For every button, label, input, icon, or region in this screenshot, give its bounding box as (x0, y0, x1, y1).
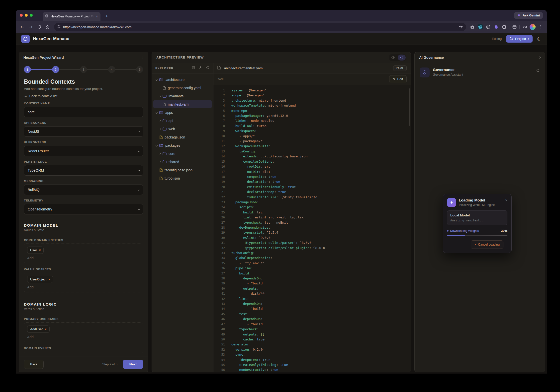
tree-folder-web[interactable]: web (153, 125, 212, 133)
code-view-icon[interactable] (398, 55, 406, 61)
remove-tag-icon[interactable]: × (48, 278, 50, 281)
value-object-tag[interactable]: UserObject × (27, 276, 53, 283)
window-minimize-button[interactable] (25, 14, 28, 17)
editor-scrollbar[interactable] (409, 88, 410, 126)
tab-title: HexaGen Monaco — Project W (51, 15, 94, 18)
back-button[interactable]: Back (24, 360, 44, 369)
react-devtools-icon[interactable] (476, 23, 484, 31)
remove-tag-icon[interactable]: × (45, 327, 47, 331)
file-tree[interactable]: .architecturegenerator.config.yamlinvari… (152, 73, 213, 184)
chevron-right-icon[interactable] (159, 120, 161, 122)
refresh-icon[interactable] (206, 66, 210, 70)
messaging-select[interactable]: BullMQ (24, 185, 143, 195)
tree-folder-shared[interactable]: shared (153, 158, 212, 166)
tree-file-turbo.json[interactable]: turbo.json (153, 174, 212, 182)
context-name-input[interactable]: core (24, 107, 143, 117)
persistence-select[interactable]: TypeORM (24, 165, 143, 176)
refresh-icon[interactable] (536, 68, 540, 73)
tree-folder-.architecture[interactable]: .architecture (153, 75, 212, 84)
back-icon[interactable]: ← (18, 23, 26, 31)
telemetry-select[interactable]: OpenTelemetry (24, 204, 143, 214)
primary-use-cases-box[interactable]: AddUser × Add... (24, 323, 143, 342)
reload-icon[interactable] (35, 23, 43, 31)
chevron-right-icon[interactable] (159, 152, 161, 154)
step-indicator-5[interactable]: 5 (136, 66, 143, 73)
panel-resize-handle[interactable] (412, 209, 414, 212)
site-info-icon[interactable] (57, 25, 61, 29)
focus-target-extension-icon[interactable] (484, 23, 492, 31)
chevron-down-icon[interactable] (156, 111, 158, 113)
use-case-tag[interactable]: AddUser × (27, 326, 50, 333)
cancel-loading-button[interactable]: × Cancel Loading (471, 240, 503, 249)
chevron-right-icon[interactable] (159, 128, 161, 130)
code-line: 24 scripts: (213, 205, 411, 210)
step-indicator-2[interactable]: 2 (52, 66, 59, 73)
tree-folder-core[interactable]: core (153, 149, 212, 158)
new-tab-button[interactable]: + (103, 13, 110, 19)
window-close-button[interactable] (20, 14, 23, 17)
tree-folder-invariants[interactable]: invariants (153, 92, 212, 100)
tree-folder-apps[interactable]: apps (153, 108, 212, 117)
governance-assistant-card[interactable]: Governance Governance Assistant (415, 63, 545, 82)
extensions-puzzle-icon[interactable] (500, 23, 508, 31)
archive-icon[interactable] (191, 66, 195, 70)
tab-close-icon[interactable]: × (96, 14, 98, 18)
ask-gemini-button[interactable]: Ask Gemini (514, 12, 543, 19)
bookmark-star-icon[interactable] (457, 23, 465, 31)
value-objects-box[interactable]: UserObject × Add... (24, 273, 143, 292)
step-indicator-3[interactable]: 3 (80, 66, 87, 73)
ui-frontend-select[interactable]: React Router (24, 146, 143, 156)
media-controls-icon[interactable] (521, 23, 528, 31)
remove-tag-icon[interactable]: × (39, 249, 41, 252)
forward-icon[interactable]: → (27, 23, 35, 31)
line-number: 28 (213, 225, 225, 230)
code-text: build: (225, 271, 251, 276)
step-indicator-1[interactable]: 1 (24, 66, 31, 73)
wizard-body[interactable]: 1 2 3 4 5 Bounded Contexts Add and confi… (19, 63, 148, 356)
browser-tab[interactable]: HexaGen Monaco — Project W × (43, 12, 100, 21)
core-domain-entities-box[interactable]: User × Add... (24, 244, 143, 263)
project-button[interactable]: Project › (506, 35, 533, 43)
add-value-object-placeholder[interactable]: Add... (27, 285, 140, 289)
step-indicator-4[interactable]: 4 (108, 66, 115, 73)
browser-menu-icon[interactable] (537, 23, 544, 31)
profile-avatar[interactable] (529, 23, 536, 31)
url-text[interactable]: https://hexagen-monaco.martinkrakowski.c… (63, 25, 455, 29)
tree-file-tsconfig.base.json[interactable]: tsconfig.base.json (153, 166, 212, 174)
code-scroll-area[interactable]: 1system: '@hexagen'2scope: '@hexagen'3ar… (213, 85, 411, 372)
tree-file-generator.config.yaml[interactable]: generator.config.yaml (153, 84, 212, 92)
add-entity-placeholder[interactable]: Add... (27, 256, 140, 260)
home-icon[interactable] (44, 23, 52, 31)
panel-resize-handle[interactable] (149, 209, 151, 212)
add-use-case-placeholder[interactable]: Add... (27, 335, 140, 339)
camera-extension-icon[interactable] (468, 23, 476, 31)
api-backend-select[interactable]: NestJS (24, 126, 143, 137)
tree-folder-packages[interactable]: packages (153, 141, 212, 149)
dark-mode-moon-icon[interactable]: ☾ (537, 36, 541, 42)
download-icon[interactable] (199, 66, 202, 70)
address-bar[interactable]: https://hexagen-monaco.martinkrakowski.c… (54, 23, 466, 31)
api-backend-value: NestJS (28, 130, 39, 133)
back-to-context-list-link[interactable]: ← Back to context list (24, 94, 143, 98)
chevron-right-icon[interactable] (159, 95, 161, 97)
collapse-panel-icon[interactable] (142, 56, 144, 58)
code-text: scripts: (225, 205, 255, 210)
eye-preview-icon[interactable] (389, 55, 397, 61)
next-button[interactable]: Next (123, 360, 143, 369)
tree-file-package.json[interactable]: package.json (153, 133, 212, 141)
window-zoom-button[interactable] (30, 14, 33, 17)
close-icon[interactable]: × (505, 198, 507, 202)
expand-panel-icon[interactable] (539, 56, 541, 58)
edit-button[interactable]: ✎ Edit (389, 75, 407, 83)
chevron-down-icon[interactable] (156, 78, 158, 80)
tree-folder-api[interactable]: api (153, 117, 212, 125)
domain-events-box[interactable] (24, 352, 143, 356)
ui-frontend-value: React Router (28, 149, 49, 153)
section-subtitle: Nouns & State (24, 228, 143, 232)
chevron-right-icon[interactable] (159, 161, 161, 163)
tab-search-icon[interactable] (511, 23, 518, 31)
obsidian-extension-icon[interactable] (492, 23, 500, 31)
tree-file-manifest.yaml[interactable]: manifest.yaml (153, 100, 212, 108)
entity-tag[interactable]: User × (27, 247, 44, 254)
chevron-down-icon[interactable] (156, 144, 158, 146)
